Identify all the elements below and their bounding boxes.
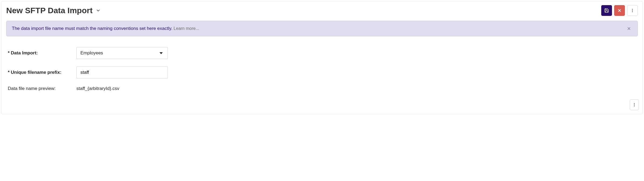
title-wrap: New SFTP Data Import [6, 6, 101, 15]
learn-more-link[interactable]: Learn more... [174, 26, 199, 31]
svg-point-2 [632, 9, 633, 10]
svg-point-9 [634, 106, 635, 106]
data-import-label: * Data Import: [8, 50, 76, 56]
info-banner-text: The data import file name must match the… [12, 26, 172, 31]
svg-point-4 [632, 11, 633, 12]
preview-row: Data file name preview: staff_{arbitrary… [8, 86, 638, 91]
floating-more-button[interactable] [630, 99, 639, 110]
svg-point-8 [634, 105, 635, 105]
save-icon [604, 8, 609, 13]
chevron-down-icon [96, 8, 101, 13]
cancel-button[interactable] [614, 5, 625, 16]
svg-point-3 [632, 10, 633, 11]
close-icon [627, 26, 631, 31]
preview-label: Data file name preview: [8, 86, 76, 91]
save-button[interactable] [601, 5, 612, 16]
vertical-dots-icon [630, 8, 635, 13]
close-icon [617, 8, 622, 13]
page-title: New SFTP Data Import [6, 6, 93, 15]
info-banner-content: The data import file name must match the… [12, 26, 199, 31]
data-import-select-wrap: Employees [76, 47, 168, 59]
sftp-import-panel: New SFTP Data Import [1, 1, 643, 114]
header-row: New SFTP Data Import [6, 5, 638, 16]
data-import-selected-value: Employees [80, 50, 103, 56]
preview-value: staff_{arbitraryId}.csv [76, 86, 119, 91]
prefix-label: * Unique filename prefix: [8, 70, 76, 75]
prefix-row: * Unique filename prefix: [8, 67, 638, 78]
title-dropdown-toggle[interactable] [95, 8, 101, 13]
caret-down-icon [160, 52, 163, 54]
info-banner: The data import file name must match the… [6, 21, 638, 36]
vertical-dots-icon [632, 103, 636, 107]
data-import-select[interactable]: Employees [76, 47, 168, 59]
svg-point-7 [634, 103, 635, 104]
more-actions-button[interactable] [627, 5, 638, 16]
form-area: * Data Import: Employees * Unique filena… [6, 47, 638, 91]
info-banner-close[interactable] [626, 26, 632, 31]
action-buttons [601, 5, 638, 16]
data-import-row: * Data Import: Employees [8, 47, 638, 59]
prefix-input[interactable] [76, 67, 168, 78]
